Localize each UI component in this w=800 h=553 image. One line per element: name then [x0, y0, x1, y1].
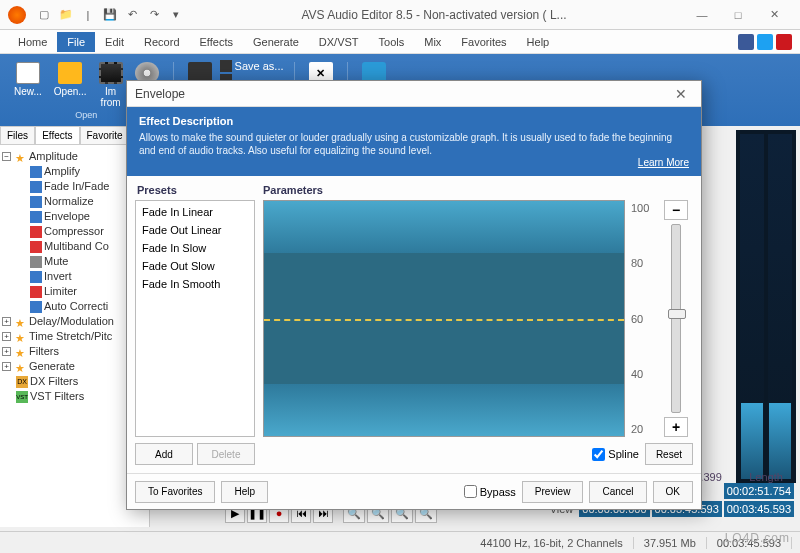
preview-button[interactable]: Preview — [522, 481, 584, 503]
dx-icon: DX — [16, 376, 28, 388]
menu-dxvst[interactable]: DX/VST — [309, 32, 369, 52]
ok-button[interactable]: OK — [653, 481, 693, 503]
parameters-panel: Parameters 100 80 60 40 20 − — [263, 184, 693, 465]
zoom-in-graph-button[interactable]: + — [664, 417, 688, 437]
window-title: AVS Audio Editor 8.5 - Non-activated ver… — [184, 8, 684, 22]
qat-redo-icon[interactable]: ↷ — [146, 7, 162, 23]
envelope-line[interactable] — [264, 319, 624, 321]
saveas-icon — [220, 60, 232, 72]
quick-access-toolbar: ▢ 📁 | 💾 ↶ ↷ ▾ — [36, 7, 184, 23]
menu-generate[interactable]: Generate — [243, 32, 309, 52]
tab-files[interactable]: Files — [0, 126, 35, 144]
open-folder-icon — [58, 62, 82, 84]
effect-icon — [30, 256, 42, 268]
preset-item[interactable]: Fade In Slow — [138, 239, 252, 257]
cancel-button[interactable]: Cancel — [589, 481, 646, 503]
expand-icon[interactable]: + — [2, 362, 11, 371]
effect-icon — [30, 301, 42, 313]
help-button[interactable]: Help — [221, 481, 268, 503]
effect-icon — [30, 241, 42, 253]
envelope-dialog: Envelope ✕ Effect Description Allows to … — [126, 80, 702, 510]
preset-item[interactable]: Fade In Linear — [138, 203, 252, 221]
maximize-button[interactable]: □ — [720, 0, 756, 30]
desc-text: Allows to make the sound quieter or loud… — [139, 131, 689, 157]
dialog-titlebar[interactable]: Envelope ✕ — [127, 81, 701, 107]
delete-preset-button[interactable]: Delete — [197, 443, 255, 465]
slider-thumb[interactable] — [668, 309, 686, 319]
tab-effects[interactable]: Effects — [35, 126, 79, 144]
qat-save-icon[interactable]: 💾 — [102, 7, 118, 23]
close-window-button[interactable]: ✕ — [756, 0, 792, 30]
learn-more-link[interactable]: Learn More — [638, 157, 689, 168]
menu-mix[interactable]: Mix — [414, 32, 451, 52]
menu-favorites[interactable]: Favorites — [451, 32, 516, 52]
menu-tools[interactable]: Tools — [369, 32, 415, 52]
vst-icon: VST — [16, 391, 28, 403]
tab-favorites[interactable]: Favorite — [80, 126, 130, 144]
expand-icon[interactable]: + — [2, 317, 11, 326]
view-len: 00:03:45.593 — [724, 501, 794, 517]
spline-checkbox[interactable]: Spline — [592, 448, 639, 461]
qat-open-icon[interactable]: 📁 — [58, 7, 74, 23]
envelope-graph[interactable] — [263, 200, 625, 437]
dialog-title: Envelope — [135, 87, 185, 101]
watermark: LO4D.com — [725, 531, 790, 545]
effect-icon — [30, 166, 42, 178]
preset-item[interactable]: Fade In Smooth — [138, 275, 252, 293]
reset-button[interactable]: Reset — [645, 443, 693, 465]
facebook-icon[interactable] — [738, 34, 754, 50]
category-icon: ★ — [15, 151, 27, 163]
meter-left — [740, 134, 764, 479]
dialog-description-panel: Effect Description Allows to make the so… — [127, 107, 701, 176]
add-preset-button[interactable]: Add — [135, 443, 193, 465]
level-meters — [736, 130, 796, 483]
app-logo-icon — [8, 6, 26, 24]
qat-dropdown-icon[interactable]: ▾ — [168, 7, 184, 23]
menu-file[interactable]: File — [57, 32, 95, 52]
ribbon-open-button[interactable]: Open... — [50, 60, 91, 110]
menubar: Home File Edit Record Effects Generate D… — [0, 30, 800, 54]
collapse-icon[interactable]: − — [2, 152, 11, 161]
preset-item[interactable]: Fade Out Slow — [138, 257, 252, 275]
ribbon-saveas-button[interactable]: Save as... — [220, 60, 284, 72]
menu-help[interactable]: Help — [517, 32, 560, 52]
effect-icon — [30, 196, 42, 208]
desc-heading: Effect Description — [139, 115, 689, 127]
minimize-button[interactable]: — — [684, 0, 720, 30]
category-icon: ★ — [15, 361, 27, 373]
menu-home[interactable]: Home — [8, 32, 57, 52]
hdr-length: Length — [738, 471, 794, 483]
zoom-slider[interactable] — [671, 224, 681, 413]
new-file-icon — [16, 62, 40, 84]
preset-item[interactable]: Fade Out Linear — [138, 221, 252, 239]
meter-right — [768, 134, 792, 479]
qat-new-icon[interactable]: ▢ — [36, 7, 52, 23]
presets-label: Presets — [135, 184, 255, 196]
presets-list[interactable]: Fade In Linear Fade Out Linear Fade In S… — [135, 200, 255, 437]
time-row-sel: 00:02:51.754 — [724, 483, 794, 499]
category-icon: ★ — [15, 346, 27, 358]
effect-icon — [30, 286, 42, 298]
menu-edit[interactable]: Edit — [95, 32, 134, 52]
dialog-close-button[interactable]: ✕ — [669, 84, 693, 104]
graph-y-axis: 100 80 60 40 20 — [631, 200, 653, 437]
expand-icon[interactable]: + — [2, 347, 11, 356]
twitter-icon[interactable] — [757, 34, 773, 50]
menu-effects[interactable]: Effects — [190, 32, 243, 52]
menu-record[interactable]: Record — [134, 32, 189, 52]
ribbon-group-open-label: Open — [75, 110, 97, 120]
expand-icon[interactable]: + — [2, 332, 11, 341]
ribbon-new-button[interactable]: New... — [10, 60, 46, 110]
qat-undo-icon[interactable]: ↶ — [124, 7, 140, 23]
youtube-icon[interactable] — [776, 34, 792, 50]
status-size: 37.951 Mb — [634, 537, 707, 549]
category-icon: ★ — [15, 331, 27, 343]
effect-icon — [30, 226, 42, 238]
effect-icon — [30, 271, 42, 283]
ribbon-import-button[interactable]: Im from — [95, 60, 127, 110]
zoom-out-graph-button[interactable]: − — [664, 200, 688, 220]
import-video-icon — [99, 62, 123, 84]
to-favorites-button[interactable]: To Favorites — [135, 481, 215, 503]
bypass-checkbox[interactable]: Bypass — [464, 485, 516, 498]
effect-icon — [30, 211, 42, 223]
